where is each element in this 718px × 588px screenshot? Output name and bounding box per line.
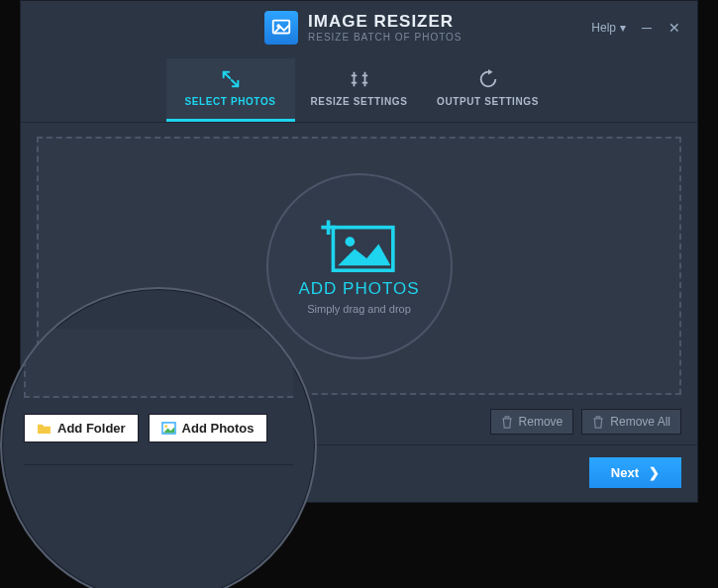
zoom-lens: Add Folder Add Photos [0, 287, 317, 588]
next-button[interactable]: Next ❯ [589, 457, 681, 488]
window-controls: Help ▾ ─ ✕ [591, 20, 681, 36]
zoom-add-photos-button[interactable]: Add Photos [149, 414, 267, 442]
button-label: Remove [519, 415, 564, 429]
zoom-dropzone-fragment [24, 329, 293, 398]
photo-icon [161, 422, 176, 435]
minimize-button[interactable]: ─ [640, 20, 654, 36]
drop-circle[interactable]: ADD PHOTOS Simply drag and drop [266, 173, 453, 359]
help-label: Help [591, 21, 616, 35]
app-subtitle: RESIZE BATCH OF PHOTOS [308, 32, 462, 43]
drop-title: ADD PHOTOS [298, 279, 419, 299]
button-label: Remove All [610, 415, 670, 429]
app-title: IMAGE RESIZER [308, 13, 462, 32]
button-label: Add Photos [182, 421, 255, 436]
resize-handles-icon [349, 68, 370, 90]
refresh-icon [477, 68, 499, 90]
svg-point-3 [345, 237, 355, 246]
folder-icon [37, 423, 51, 435]
add-photo-icon [321, 218, 398, 275]
tab-bar: SELECT PHOTOS RESIZE SETTINGS OUTPUT SET… [21, 58, 697, 123]
button-label: Add Folder [57, 421, 126, 436]
zoom-divider [24, 464, 293, 465]
chevron-right-icon: ❯ [649, 465, 660, 480]
app-logo-icon [264, 11, 298, 45]
remove-all-button[interactable]: Remove All [581, 409, 681, 435]
close-button[interactable]: ✕ [667, 20, 681, 36]
trash-icon [592, 416, 604, 429]
zoom-add-folder-button[interactable]: Add Folder [24, 414, 139, 442]
help-menu[interactable]: Help ▾ [591, 21, 626, 35]
svg-point-7 [164, 425, 167, 428]
remove-button[interactable]: Remove [490, 409, 574, 435]
brand: IMAGE RESIZER RESIZE BATCH OF PHOTOS [264, 11, 462, 45]
tab-resize-settings[interactable]: RESIZE SETTINGS [295, 58, 424, 122]
drop-subtitle: Simply drag and drop [307, 303, 411, 315]
trash-icon [501, 416, 513, 429]
expand-arrows-icon [220, 68, 242, 90]
tab-label: SELECT PHOTOS [184, 96, 275, 107]
chevron-down-icon: ▾ [620, 21, 626, 35]
button-label: Next [611, 465, 639, 480]
tab-label: OUTPUT SETTINGS [437, 96, 539, 107]
titlebar: IMAGE RESIZER RESIZE BATCH OF PHOTOS Hel… [21, 1, 697, 50]
tab-label: RESIZE SETTINGS [311, 96, 408, 107]
tab-output-settings[interactable]: OUTPUT SETTINGS [424, 58, 553, 122]
tab-select-photos[interactable]: SELECT PHOTOS [166, 58, 295, 122]
